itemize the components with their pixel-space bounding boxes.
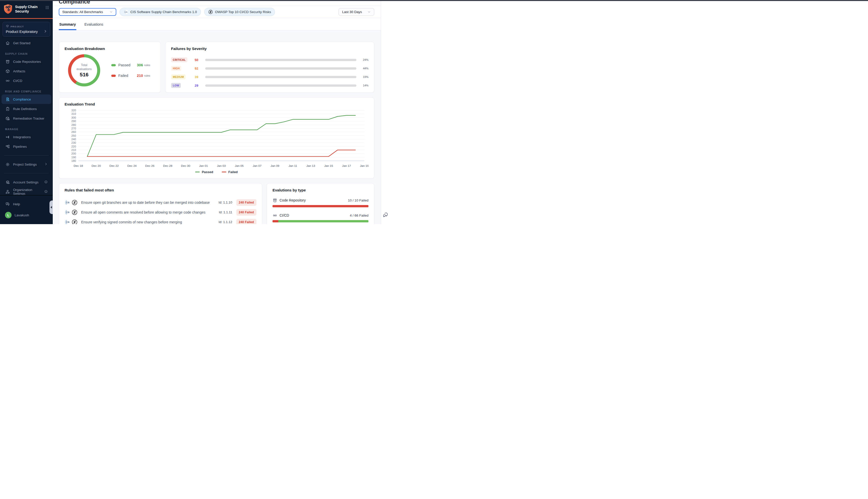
evaluations-by-type-card: Evalutions by type Code Repository10 / 1… xyxy=(267,183,374,224)
sidebar-section-risk-and-compliance: RISK AND COMPLIANCE xyxy=(0,85,53,95)
legend-line-swatch xyxy=(195,172,200,172)
svg-text:CIS: CIS xyxy=(66,201,70,204)
rule-row-id-1-1-12[interactable]: CISEnsure verifying signed commits of ne… xyxy=(64,218,257,224)
sidebar-item-project-settings[interactable]: Project Settings xyxy=(1,160,51,169)
svg-text:Jan 19: Jan 19 xyxy=(360,164,369,167)
sidebar-nav: Get StartedSUPPLY CHAINCode Repositories… xyxy=(0,37,53,195)
svg-text:CIS: CIS xyxy=(125,11,127,13)
sidebar-item-artifacts[interactable]: Artifacts xyxy=(1,66,51,76)
svg-text:280: 280 xyxy=(71,123,76,126)
filter-bar: Standards: All Benchmarks CISCIS Softwar… xyxy=(53,6,381,18)
tab-bar: SummaryEvaluations xyxy=(53,18,381,31)
owasp-logo-icon xyxy=(72,199,78,206)
owasp-logo-icon xyxy=(208,10,213,14)
cis-logo-icon: CIS xyxy=(64,199,71,206)
chat-support-icon[interactable] xyxy=(382,211,389,219)
apps-grid-icon[interactable] xyxy=(45,5,49,11)
sidebar-item-pipelines[interactable]: Pipelines xyxy=(1,142,51,151)
svg-text:Jan 11: Jan 11 xyxy=(288,164,297,167)
card-title: Evalutions by type xyxy=(273,188,369,192)
cube-icon xyxy=(5,69,10,74)
trend-legend-passed: Passed xyxy=(195,170,213,174)
svg-text:Jan 03: Jan 03 xyxy=(217,164,226,167)
breakdown-legend-passed: Passed306rules xyxy=(111,63,150,67)
svg-text:Dec 26: Dec 26 xyxy=(145,164,154,167)
evaluation-trend-card: Evaluation Trend 18019020021022023024025… xyxy=(59,97,374,179)
sidebar-item-compliance[interactable]: Compliance xyxy=(1,95,51,104)
rule-row-id-1-1-11[interactable]: CISEnsure all open comments are resolved… xyxy=(64,208,257,216)
svg-text:Dec 22: Dec 22 xyxy=(110,164,119,167)
date-range-select[interactable]: Last 30 Days xyxy=(338,8,374,16)
tab-evaluations[interactable]: Evaluations xyxy=(84,22,104,30)
legend-line-swatch xyxy=(222,172,226,172)
failures-by-severity-card: Failures by Severity CRITICAL5024%HIGH92… xyxy=(165,42,374,93)
evaluation-breakdown-card: Evaluation Breakdown Total evaluations 5… xyxy=(59,42,161,93)
sidebar-item-integrations[interactable]: Integrations xyxy=(1,132,51,142)
evaluations-donut-chart: Total evaluations 516 xyxy=(68,54,100,86)
svg-text:Jan 05: Jan 05 xyxy=(235,164,244,167)
package-icon xyxy=(6,24,9,29)
sidebar-item-code-repositories[interactable]: Code Repositories xyxy=(1,57,51,66)
chevron-down-icon xyxy=(110,10,113,14)
tab-summary[interactable]: Summary xyxy=(59,22,76,30)
donut-legend: Passed306rulesFailed210rules xyxy=(111,63,150,78)
sidebar-item-rule-definitions[interactable]: Rule Definitions xyxy=(1,104,51,113)
severity-bar-track xyxy=(205,84,356,87)
failed-count-badge: 240 Failed xyxy=(236,219,257,224)
failed-count-badge: 240 Failed xyxy=(236,199,257,206)
donut-center-label: evaluations xyxy=(77,67,92,71)
svg-text:190: 190 xyxy=(71,156,76,159)
info-icon[interactable] xyxy=(44,190,48,194)
sidebar-item-remediation-tracker[interactable]: Remediation Tracker xyxy=(1,113,51,123)
card-title: Failures by Severity xyxy=(171,47,369,51)
home-icon xyxy=(5,40,10,46)
org-icon xyxy=(5,189,10,194)
sidebar-item-account-settings[interactable]: Account Settings xyxy=(1,178,51,187)
sidebar-item-get-started[interactable]: Get Started xyxy=(1,38,51,48)
svg-text:Dec 18: Dec 18 xyxy=(74,164,83,167)
standard-chip-owasp[interactable]: OWASP Top 10 CI/CD Security Risks xyxy=(204,8,275,16)
sidebar-collapse-handle[interactable] xyxy=(49,200,53,214)
sidebar-item-organization-settings[interactable]: Organization Settings xyxy=(1,187,51,195)
user-avatar: L xyxy=(5,212,12,218)
app-title: Supply Chain Security xyxy=(15,4,43,14)
sidebar-item-ci-cd[interactable]: CI/CD xyxy=(1,76,51,85)
legend-swatch xyxy=(111,64,116,66)
svg-text:270: 270 xyxy=(71,127,76,130)
svg-text:290: 290 xyxy=(71,120,76,123)
severity-bar-track xyxy=(205,59,356,61)
standard-chip-cis[interactable]: CISCIS Software Supply Chain Benchmarks … xyxy=(120,8,201,16)
project-name: Product Exploratory xyxy=(6,30,38,34)
donut-total-value: 516 xyxy=(79,72,88,78)
chevron-right-icon xyxy=(44,29,47,34)
severity-row-low: LOW2914% xyxy=(171,83,369,88)
sidebar-section-manage: MANAGE xyxy=(0,123,53,132)
user-menu[interactable]: L Lavakush xyxy=(1,210,51,220)
svg-text:Dec 30: Dec 30 xyxy=(181,164,190,167)
help-button[interactable]: Help xyxy=(1,199,51,208)
trend-svg: 1801902002102202302402502602702802903003… xyxy=(64,108,369,169)
remediation-icon xyxy=(5,116,10,121)
type-result-bar xyxy=(273,205,369,207)
project-selector[interactable]: PROJECT Product Exploratory xyxy=(2,22,50,37)
svg-text:CIS: CIS xyxy=(66,211,70,213)
sidebar: Supply Chain Security xyxy=(0,1,53,224)
owasp-logo-icon xyxy=(72,209,78,215)
infinity-icon xyxy=(273,213,277,218)
info-icon[interactable] xyxy=(44,180,48,184)
severity-row-high: HIGH9244% xyxy=(171,66,369,71)
type-row-code-repository: Code Repository10 / 10 Failed xyxy=(273,198,369,207)
svg-text:Jan 07: Jan 07 xyxy=(253,164,261,167)
repo-icon xyxy=(5,59,10,64)
rule-rows: CISEnsure open git branches are up to da… xyxy=(64,199,257,224)
trend-legend-failed: Failed xyxy=(222,170,238,174)
repo-icon xyxy=(273,198,277,203)
standards-filter-select[interactable]: Standards: All Benchmarks xyxy=(59,8,116,16)
docsearch-icon xyxy=(5,97,10,102)
content: Evaluation Breakdown Total evaluations 5… xyxy=(53,31,381,224)
svg-text:250: 250 xyxy=(71,134,76,137)
project-label: PROJECT xyxy=(11,25,24,28)
severity-row-medium: MEDIUM3919% xyxy=(171,74,369,80)
type-result-bar xyxy=(273,220,369,222)
rule-row-id-1-1-10[interactable]: CISEnsure open git branches are up to da… xyxy=(64,199,257,206)
